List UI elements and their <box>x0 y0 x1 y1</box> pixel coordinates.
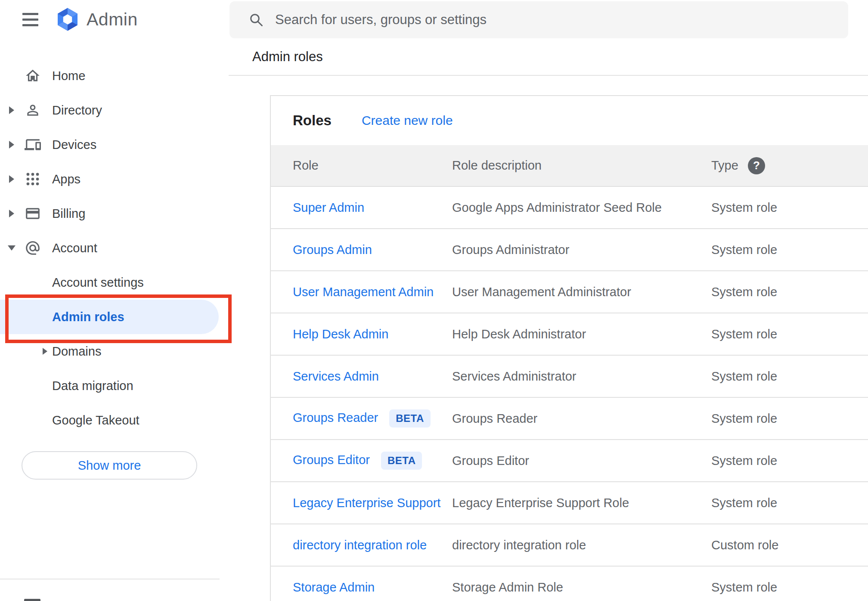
role-link[interactable]: Help Desk Admin <box>293 327 388 341</box>
role-description: Groups Reader <box>452 397 711 440</box>
search-bar <box>229 1 848 38</box>
admin-console: Admin Home Directory De <box>0 0 868 601</box>
role-type: System role <box>711 186 868 229</box>
show-more-button[interactable]: Show more <box>22 451 197 480</box>
sidebar-item-account[interactable]: Account <box>0 231 229 265</box>
table-row: Storage AdminStorage Admin RoleSystem ro… <box>271 566 868 601</box>
role-description: Storage Admin Role <box>452 566 711 601</box>
sidebar-item-directory[interactable]: Directory <box>0 93 229 127</box>
beta-badge: BETA <box>389 409 431 428</box>
search-input[interactable] <box>275 12 792 28</box>
sidebar-item-label: Account <box>52 241 97 255</box>
role-link[interactable]: Legacy Enterprise Support <box>293 496 440 510</box>
sidebar-item-admin-roles[interactable]: Admin roles <box>0 300 219 334</box>
role-type: System role <box>711 397 868 440</box>
table-row: Legacy Enterprise SupportLegacy Enterpri… <box>271 482 868 524</box>
menu-icon[interactable] <box>22 13 38 26</box>
panel-title: Roles <box>293 112 332 129</box>
sidebar: Admin Home Directory De <box>0 0 229 601</box>
role-link[interactable]: Groups Reader <box>293 411 378 424</box>
sidebar-item-label: Billing <box>52 207 85 221</box>
role-type: System role <box>711 313 868 355</box>
beta-badge: BETA <box>381 452 422 470</box>
role-description: Services Administrator <box>452 355 711 397</box>
chevron-right-icon[interactable] <box>9 210 14 217</box>
support-icon <box>24 599 40 601</box>
role-link[interactable]: Groups Admin <box>293 243 372 257</box>
column-header-role: Role <box>271 145 452 186</box>
table-row: Groups ReaderBETAGroups ReaderSystem rol… <box>271 397 868 440</box>
table-row: directory integration roledirectory inte… <box>271 524 868 566</box>
column-header-type: Type ? <box>711 145 868 186</box>
sidebar-item-devices[interactable]: Devices <box>0 127 229 162</box>
chevron-right-icon[interactable] <box>43 348 47 355</box>
role-description: Help Desk Administrator <box>452 313 711 355</box>
breadcrumb: Admin roles <box>252 49 323 65</box>
column-header-type-label: Type <box>711 158 738 173</box>
admin-logo-icon <box>55 6 81 32</box>
help-icon[interactable]: ? <box>748 157 765 174</box>
sidebar-item-label: Directory <box>52 103 102 118</box>
table-row: Help Desk AdminHelp Desk AdministratorSy… <box>271 313 868 355</box>
table-row: User Management AdminUser Management Adm… <box>271 271 868 313</box>
sidebar-item-label: Data migration <box>52 379 133 393</box>
apps-grid-icon <box>25 171 41 187</box>
sidebar-item-domains[interactable]: Domains <box>0 334 229 369</box>
role-link[interactable]: Services Admin <box>293 369 379 383</box>
sidebar-nav: Home Directory Devices <box>0 59 229 480</box>
role-type: System role <box>711 271 868 313</box>
role-description: directory integration role <box>452 524 711 566</box>
sidebar-item-billing[interactable]: Billing <box>0 196 229 231</box>
sidebar-item-apps[interactable]: Apps <box>0 162 229 196</box>
sidebar-header: Admin <box>0 0 229 39</box>
devices-icon <box>25 136 41 153</box>
sidebar-footer-divider <box>0 579 220 579</box>
table-row: Services AdminServices AdministratorSyst… <box>271 355 868 397</box>
role-link[interactable]: Super Admin <box>293 201 364 214</box>
main-content: Admin roles Roles Create new role Role R… <box>229 0 868 601</box>
role-type: System role <box>711 229 868 271</box>
table-row: Groups AdminGroups AdministratorSystem r… <box>271 229 868 271</box>
credit-card-icon <box>25 205 41 222</box>
sidebar-item-label: Devices <box>52 138 96 152</box>
role-link[interactable]: User Management Admin <box>293 285 434 299</box>
column-header-description: Role description <box>452 145 711 186</box>
role-link[interactable]: Groups Editor <box>293 453 370 467</box>
roles-table: Role Role description Type ? Super Admin… <box>271 145 868 601</box>
breadcrumb-bar: Admin roles <box>229 38 868 76</box>
sidebar-item-label: Account settings <box>52 276 144 290</box>
chevron-right-icon[interactable] <box>9 141 14 149</box>
chevron-down-icon[interactable] <box>8 245 16 251</box>
role-description: Legacy Enterprise Support Role <box>452 482 711 524</box>
role-description: User Management Administrator <box>452 271 711 313</box>
person-icon <box>25 102 41 118</box>
table-row: Super AdminGoogle Apps Administrator See… <box>271 186 868 229</box>
home-icon <box>25 68 41 84</box>
sidebar-item-label: Home <box>52 69 85 83</box>
role-type: System role <box>711 355 868 397</box>
table-row: Groups EditorBETAGroups EditorSystem rol… <box>271 440 868 482</box>
sidebar-item-label: Apps <box>52 172 81 186</box>
app-title: Admin <box>87 9 138 30</box>
at-sign-icon <box>25 240 41 256</box>
role-type: Custom role <box>711 524 868 566</box>
chevron-right-icon[interactable] <box>9 106 14 114</box>
role-link[interactable]: Storage Admin <box>293 580 375 594</box>
sidebar-item-account-settings[interactable]: Account settings <box>0 265 229 300</box>
sidebar-item-label: Admin roles <box>52 310 124 324</box>
role-description: Groups Editor <box>452 440 711 482</box>
sidebar-item-data-migration[interactable]: Data migration <box>0 369 229 403</box>
search-icon <box>248 12 264 28</box>
roles-card: Roles Create new role Role Role descript… <box>270 95 868 601</box>
role-type: System role <box>711 440 868 482</box>
create-new-role-link[interactable]: Create new role <box>362 113 453 128</box>
chevron-right-icon[interactable] <box>9 175 14 183</box>
sidebar-item-home[interactable]: Home <box>0 59 229 93</box>
role-type: System role <box>711 566 868 601</box>
roles-card-header: Roles Create new role <box>271 96 868 145</box>
role-type: System role <box>711 482 868 524</box>
sidebar-item-label: Google Takeout <box>52 413 140 428</box>
role-description: Google Apps Administrator Seed Role <box>452 186 711 229</box>
role-link[interactable]: directory integration role <box>293 538 427 552</box>
sidebar-item-google-takeout[interactable]: Google Takeout <box>0 403 229 437</box>
